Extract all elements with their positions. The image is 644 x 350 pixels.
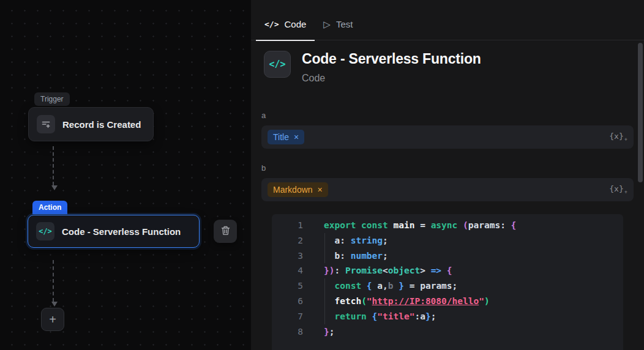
code-line: 6 fetch("http://IP:8080/hello") (272, 294, 623, 309)
code-token: } (324, 327, 329, 337)
code-token: : (340, 236, 350, 245)
code-token: ( (463, 220, 468, 230)
code-token: " (367, 296, 372, 306)
tab-code[interactable]: </> Code (256, 9, 315, 40)
action-tag: Action (32, 201, 67, 214)
remove-tag-icon[interactable]: × (294, 133, 299, 141)
insert-variable-button[interactable]: {x} + (609, 132, 627, 143)
line-number: 8 (272, 324, 303, 340)
code-token: { (511, 220, 517, 230)
tag-label: Title (273, 132, 289, 142)
add-node-button[interactable]: + (41, 308, 64, 331)
code-glyph: </> (269, 59, 285, 70)
scrollbar-thumb[interactable] (638, 43, 643, 182)
code-token (324, 296, 334, 306)
code-header-icon: </> (264, 51, 291, 78)
code-tab-icon: </> (264, 20, 279, 29)
workflow-canvas[interactable]: Trigger Record is Created Action </> Cod… (0, 0, 251, 350)
code-token: > (420, 266, 425, 275)
code-line-content: }): Promise<object> => { (303, 263, 452, 278)
code-line-content: b: number; (303, 248, 388, 264)
code-token: a (420, 311, 425, 321)
action-node-selected[interactable]: </> Code - Serverless Function (28, 215, 200, 248)
play-icon: ▷ (323, 19, 331, 30)
trigger-node-title: Record is Created (62, 119, 141, 130)
code-line-content: fetch("http://IP:8080/hello") (303, 294, 490, 309)
code-token: = (414, 220, 430, 230)
code-token: params (420, 281, 452, 291)
config-panel: </> Code ▷ Test </> Code - Serverless Fu… (251, 0, 644, 350)
tab-test[interactable]: ▷ Test (315, 9, 361, 40)
code-token: "title" (377, 311, 414, 321)
remove-tag-icon[interactable]: × (318, 185, 323, 194)
code-token: ( (361, 296, 367, 306)
trigger-tag: Trigger (34, 92, 70, 106)
line-number: 3 (272, 248, 303, 264)
code-token: => (425, 266, 447, 275)
code-icon: </> (36, 222, 54, 240)
variable-plus-icon: + (624, 136, 627, 143)
field-a-tag[interactable]: Title × (268, 130, 304, 144)
code-token: : (414, 311, 420, 321)
code-token: } (425, 311, 431, 321)
code-token: a (377, 281, 383, 291)
code-token: async (431, 220, 463, 230)
tabs-bar: </> Code ▷ Test (251, 0, 644, 40)
code-token: ; (329, 327, 335, 337)
page-subtitle: Code (302, 73, 481, 84)
code-token: b (324, 251, 340, 261)
code-token: ) (484, 296, 490, 306)
fields-section: a Title × {x} + b Markdown × {x} (251, 111, 644, 350)
variable-icon: {x} (609, 184, 623, 193)
field-b-tag[interactable]: Markdown × (268, 182, 328, 197)
field-input-a[interactable]: Title × {x} + (261, 125, 634, 149)
line-number: 6 (272, 294, 303, 309)
tab-code-label: Code (284, 19, 306, 29)
code-token: : (340, 251, 350, 261)
code-token: ; (452, 281, 458, 291)
page-title: Code - Serverless Function (302, 51, 481, 67)
code-token: } (394, 281, 404, 291)
code-token: const (361, 220, 393, 230)
code-line: 8}; (272, 324, 623, 340)
code-token: = (404, 281, 420, 291)
line-number: 1 (272, 218, 303, 233)
trash-icon (221, 226, 230, 237)
delete-node-button[interactable] (214, 220, 237, 243)
code-token: string (351, 236, 383, 245)
code-token: ; (383, 236, 388, 245)
code-token (324, 311, 334, 321)
code-editor[interactable]: 1export const main = async (params: {2 a… (272, 214, 623, 350)
scrollbar[interactable] (637, 0, 644, 350)
app-window: Trigger Record is Created Action </> Cod… (0, 0, 644, 350)
code-token: const (334, 281, 366, 291)
code-token: Promise (345, 266, 383, 275)
code-line: 1export const main = async (params: { (272, 218, 623, 233)
line-number: 2 (272, 233, 303, 248)
code-token: main (394, 220, 415, 230)
field-label-a: a (261, 111, 634, 120)
code-token: a (324, 236, 340, 245)
arrowhead-icon (51, 185, 58, 190)
code-token: params (468, 220, 500, 230)
line-number: 5 (272, 278, 303, 294)
trigger-node[interactable]: Record is Created (28, 107, 154, 141)
indent-guide (324, 278, 325, 294)
indent-guide (324, 294, 325, 309)
code-token: export (324, 220, 361, 230)
connector-arrow (53, 146, 54, 185)
field-input-b[interactable]: Markdown × {x} + (261, 178, 634, 201)
code-token: } (324, 266, 329, 275)
variable-plus-icon: + (624, 189, 627, 195)
panel-header: </> Code - Serverless Function Code (251, 40, 644, 84)
code-token: : (500, 220, 511, 230)
code-token: ; (431, 311, 436, 321)
code-token: object (388, 266, 420, 275)
variable-icon: {x} (609, 132, 623, 141)
code-token: { (447, 266, 452, 275)
code-token: ; (383, 251, 388, 261)
action-node-title: Code - Serverless Function (62, 226, 181, 237)
code-token (324, 281, 334, 291)
field-label-b: b (261, 163, 634, 173)
insert-variable-button[interactable]: {x} + (609, 184, 627, 195)
